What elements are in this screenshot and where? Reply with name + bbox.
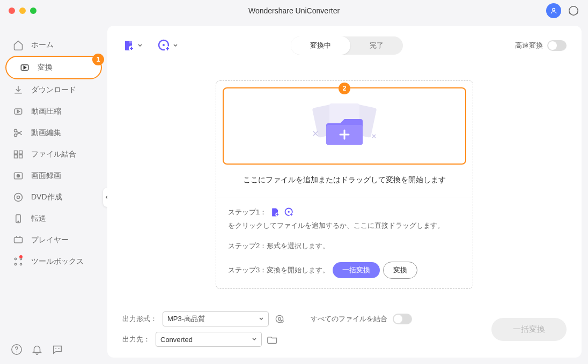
convert-icon <box>19 62 30 73</box>
fast-convert-label: 高速変換 <box>515 41 543 50</box>
add-file-icon <box>270 207 281 218</box>
sidebar-item-record[interactable]: 画面録画 <box>0 165 107 187</box>
record-icon <box>13 170 24 181</box>
sidebar-item-label: ホーム <box>31 40 54 50</box>
step-3: ステップ3：変換を開始します。 一括変換 変換 <box>228 262 461 279</box>
step3-text: ステップ3：変換を開始します。 <box>228 265 329 275</box>
sidebar-item-label: プレイヤー <box>31 235 69 245</box>
svg-rect-11 <box>19 155 23 158</box>
chevron-down-icon <box>137 43 143 48</box>
close-window-button[interactable] <box>9 8 15 14</box>
svg-point-37 <box>278 318 281 321</box>
status-segments: 変換中 完了 <box>291 36 403 55</box>
chevron-down-icon <box>259 316 264 322</box>
transfer-icon <box>13 213 24 224</box>
toolbar: 変換中 完了 高速変換 <box>107 26 582 65</box>
add-file-button[interactable] <box>122 39 143 52</box>
add-file-icon <box>122 39 135 52</box>
sidebar-item-transfer[interactable]: 転送 <box>0 208 107 229</box>
batch-convert-button[interactable]: 一括変換 <box>333 262 380 278</box>
merge-toggle[interactable] <box>393 314 412 324</box>
convert-button[interactable]: 変換 <box>383 262 417 279</box>
svg-marker-3 <box>24 66 26 69</box>
folder-open-icon[interactable] <box>267 334 278 345</box>
svg-point-14 <box>14 194 23 202</box>
svg-point-41 <box>58 348 60 349</box>
svg-rect-10 <box>14 155 18 158</box>
sidebar-item-download[interactable]: ダウンロード <box>0 79 107 101</box>
output-format-label: 出力形式： <box>122 314 157 324</box>
sidebar-item-edit[interactable]: 動画編集 <box>0 122 107 144</box>
app-title: Wondershare UniConverter <box>248 6 340 15</box>
svg-point-13 <box>17 175 20 177</box>
help-icon[interactable] <box>11 344 23 355</box>
svg-point-6 <box>14 129 17 132</box>
merge-row: すべてのファイルを結合 <box>311 314 412 324</box>
support-icon[interactable] <box>568 5 579 17</box>
content-area: 2 ここにファイルを追加またはドラッグして変換を開始します <box>107 65 582 304</box>
drop-text: ここにファイルを追加またはドラッグして変換を開始します <box>216 171 473 197</box>
svg-point-34 <box>288 211 290 213</box>
output-dir-select[interactable]: Converted <box>156 332 262 347</box>
step-2: ステップ2：形式を選択します。 <box>228 241 461 251</box>
svg-point-38 <box>281 320 283 322</box>
add-disc-button[interactable] <box>158 39 178 52</box>
main-panel: 変換中 完了 高速変換 2 <box>107 26 582 358</box>
sidebar-item-home[interactable]: ホーム <box>0 34 107 56</box>
home-icon <box>13 40 24 50</box>
output-dir-value: Converted <box>160 336 193 344</box>
svg-point-17 <box>18 221 19 222</box>
svg-marker-5 <box>17 110 19 113</box>
svg-point-22 <box>20 263 21 265</box>
batch-convert-main-button[interactable]: 一括変換 <box>491 318 567 341</box>
bell-icon[interactable] <box>31 344 43 355</box>
sidebar-item-compress[interactable]: 動画圧縮 <box>0 101 107 122</box>
sidebar-badge: 1 <box>92 54 104 65</box>
fast-convert-toggle[interactable] <box>547 40 567 51</box>
user-avatar-button[interactable] <box>546 3 561 18</box>
feedback-icon[interactable] <box>52 344 63 355</box>
tab-done[interactable]: 完了 <box>350 36 403 55</box>
sidebar-item-label: ファイル結合 <box>31 150 76 159</box>
new-dot <box>19 255 23 258</box>
compress-icon <box>13 106 24 117</box>
drop-badge: 2 <box>339 83 350 94</box>
sidebar: ホーム 変換 1 ダウンロード 動画圧縮 動画編集 ファイル結合 画面録画 <box>0 21 107 364</box>
svg-point-21 <box>14 263 16 265</box>
add-disc-icon <box>284 207 295 218</box>
tab-converting[interactable]: 変換中 <box>291 36 350 55</box>
titlebar: Wondershare UniConverter <box>0 0 588 21</box>
sidebar-item-label: DVD作成 <box>31 192 62 202</box>
sidebar-item-label: 動画編集 <box>31 128 61 138</box>
sidebar-item-player[interactable]: プレイヤー <box>0 229 107 251</box>
output-format-select[interactable]: MP3-高品質 <box>163 311 269 326</box>
sidebar-item-convert[interactable]: 変換 1 <box>5 56 102 79</box>
steps-panel: ステップ1： をクリックしてファイルを追加するか、ここに直接ドラッグします。 ス… <box>216 197 473 288</box>
svg-rect-18 <box>14 237 23 243</box>
disc-icon <box>13 192 24 203</box>
minimize-window-button[interactable] <box>19 8 26 14</box>
drop-zone[interactable]: 2 <box>223 87 466 165</box>
chevron-down-icon <box>173 43 178 48</box>
sidebar-item-label: ダウンロード <box>31 85 76 95</box>
sidebar-item-dvd[interactable]: DVD作成 <box>0 187 107 208</box>
svg-point-7 <box>14 134 17 137</box>
merge-icon <box>13 149 24 160</box>
step-1: ステップ1： をクリックしてファイルを追加するか、ここに直接ドラッグします。 <box>228 207 461 231</box>
sidebar-item-toolbox[interactable]: ツールボックス <box>0 251 107 272</box>
svg-rect-8 <box>14 151 18 154</box>
svg-point-26 <box>163 44 165 46</box>
maximize-window-button[interactable] <box>30 8 36 14</box>
gear-icon[interactable] <box>274 314 285 324</box>
download-icon <box>13 85 24 95</box>
svg-rect-23 <box>129 41 132 43</box>
merge-label: すべてのファイルを結合 <box>311 314 387 324</box>
output-dir-label: 出力先： <box>122 335 150 344</box>
scissors-icon <box>13 128 24 138</box>
svg-point-40 <box>55 348 56 349</box>
fast-convert-row: 高速変換 <box>515 40 567 51</box>
sidebar-item-merge[interactable]: ファイル結合 <box>0 144 107 165</box>
add-disc-icon <box>158 39 171 52</box>
chevron-down-icon <box>252 337 257 342</box>
bottom-icons <box>11 344 63 355</box>
